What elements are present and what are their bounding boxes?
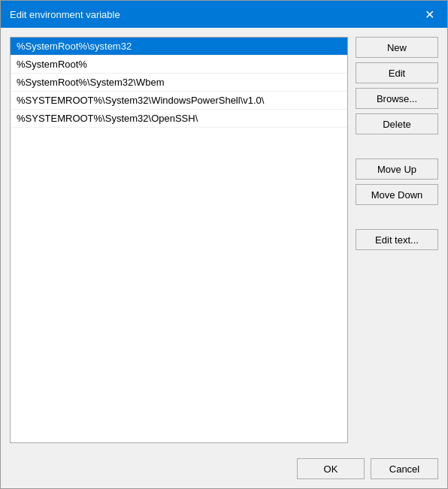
ok-button[interactable]: OK [297, 458, 365, 479]
list-item[interactable]: %SYSTEMROOT%\System32\WindowsPowerShell\… [11, 92, 347, 110]
dialog-title: Edit environment variable [10, 9, 120, 20]
dialog-footer: OK Cancel [1, 452, 447, 488]
delete-button[interactable]: Delete [356, 113, 438, 134]
spacer1 [356, 139, 438, 154]
buttons-panel: New Edit Browse... Delete Move Up Move D… [356, 37, 438, 443]
edit-text-button[interactable]: Edit text... [356, 229, 438, 250]
new-button[interactable]: New [356, 37, 438, 58]
move-up-button[interactable]: Move Up [356, 158, 438, 180]
edit-env-variable-dialog: Edit environment variable ✕ %SystemRoot%… [0, 0, 448, 489]
spacer2 [356, 210, 438, 225]
browse-button[interactable]: Browse... [356, 88, 438, 109]
list-item[interactable]: %SystemRoot%\System32\Wbem [11, 74, 347, 92]
list-item[interactable]: %SYSTEMROOT%\System32\OpenSSH\ [11, 110, 347, 128]
move-down-button[interactable]: Move Down [356, 184, 438, 205]
close-button[interactable]: ✕ [420, 5, 438, 23]
list-item[interactable]: %SystemRoot% [11, 56, 347, 74]
dialog-content: %SystemRoot%\system32%SystemRoot%%System… [1, 28, 447, 452]
env-variable-list[interactable]: %SystemRoot%\system32%SystemRoot%%System… [10, 37, 348, 443]
edit-button[interactable]: Edit [356, 62, 438, 83]
title-bar: Edit environment variable ✕ [1, 1, 447, 28]
list-item[interactable]: %SystemRoot%\system32 [11, 38, 347, 56]
cancel-button[interactable]: Cancel [371, 458, 438, 479]
